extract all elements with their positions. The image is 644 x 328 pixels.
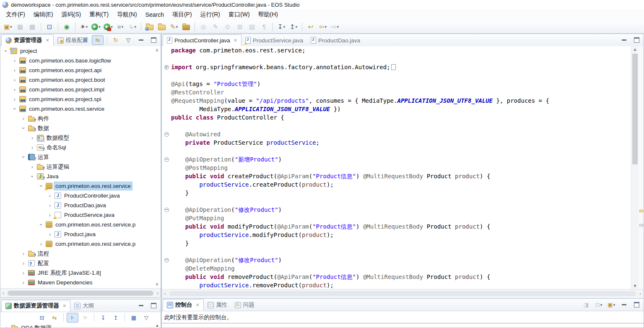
tree-horizontal-scrollbar[interactable]: ‹ › [0,288,161,297]
next-annotation-button[interactable]: ↧▾ [275,21,287,32]
tree-item[interactable]: ›com.primeton.eos.rest.service.p [0,220,161,229]
tree-item[interactable]: ›流程 [0,249,161,258]
editor-vertical-scrollbar[interactable]: ▲ ▼ [631,46,639,289]
scroll-down-icon[interactable]: ∨ [155,281,158,287]
chevron-collapsed-icon[interactable]: › [21,260,26,266]
menu-item-2[interactable]: 源码(S) [57,10,86,20]
close-tab-icon[interactable]: ✕ [62,303,66,309]
format-button[interactable]: ✎ [210,21,221,32]
scrollbar-thumb[interactable] [8,291,153,296]
save-profile-button[interactable]: ▦ [128,313,140,323]
dropdown-arrow-icon[interactable]: ▾ [122,25,124,29]
chevron-collapsed-icon[interactable]: › [47,232,53,237]
maximize-button[interactable] [148,301,159,310]
maximize-button[interactable] [631,35,642,45]
code-line[interactable] [162,71,631,80]
tab-问题[interactable]: 问题 [231,299,258,311]
run-configurations-button[interactable]: ▶▾ [102,21,114,32]
back-button[interactable]: ⇦▾ [317,21,329,32]
scroll-up-icon[interactable]: ∧ [155,47,158,53]
close-tab-icon[interactable]: ✕ [234,38,237,43]
code-lines[interactable]: package com.primeton.eos.rest.service;im… [162,46,631,289]
tree-item[interactable]: ›Maven Dependencies [0,278,161,287]
chevron-collapsed-icon[interactable]: › [29,135,35,141]
dropdown-arrow-icon[interactable]: ▾ [337,25,339,29]
dropdown-arrow-icon[interactable]: ▾ [296,25,298,29]
chevron-collapsed-icon[interactable]: › [47,212,53,218]
dropdown-arrow-icon[interactable]: ▾ [135,25,137,29]
tree-item[interactable]: ›Product.java [0,229,161,239]
export-config-button[interactable]: ↥ [110,313,122,323]
code-line[interactable] [162,122,631,130]
tree-item[interactable]: ›com.primeton.eos.rest.service.p [0,239,161,249]
chevron-collapsed-icon[interactable]: › [38,241,44,247]
fold-minus-icon[interactable] [162,155,171,164]
code-line[interactable]: public void modifyProduct(@ApiParam("Pro… [162,222,631,231]
tab-ProductService.java[interactable]: ProductService.java [242,34,307,46]
code-line[interactable] [162,197,631,206]
chevron-collapsed-icon[interactable]: › [21,280,26,285]
code-line[interactable]: public class ProductController { [162,113,631,122]
code-line[interactable]: @PutMapping [162,214,631,222]
maximize-button[interactable] [631,300,642,310]
pin-console-button[interactable]: ◨ [580,300,592,310]
import-config-button[interactable]: ↧ [97,313,109,323]
dropdown-arrow-icon[interactable]: ▾ [283,25,286,29]
scroll-left-icon[interactable]: ‹ [3,290,4,296]
maximize-button[interactable] [148,35,159,45]
code-line[interactable]: @RequestMapping(value = "/api/products",… [162,96,631,105]
scrollbar-thumb[interactable] [632,54,638,164]
tree-item[interactable]: ›project [0,46,161,56]
tree-item[interactable]: ›运算 [0,152,161,162]
tree-item[interactable]: ›com.primeton.eos.rest.service [0,181,161,191]
chevron-collapsed-icon[interactable]: › [12,68,18,73]
chevron-collapsed-icon[interactable]: › [12,96,18,102]
connect-button[interactable]: ☞ [79,313,91,323]
menu-item-5[interactable]: Search [141,10,168,19]
tree-item[interactable]: ›配置 [0,258,161,268]
chevron-collapsed-icon[interactable]: › [12,77,18,83]
fold-plus-icon[interactable] [162,63,171,71]
code-line[interactable]: @Api(tags = "Product管理") [162,80,631,88]
scroll-right-icon[interactable]: › [157,290,158,296]
code-line[interactable]: @Autowired [162,130,631,138]
code-line[interactable] [162,55,631,63]
code-line[interactable]: } [162,239,631,247]
chevron-expanded-icon[interactable]: › [12,106,18,112]
code-line[interactable]: MediaType.APPLICATION_JSON_UTF8_VALUE }) [162,105,631,113]
overview-marker-warning[interactable] [639,210,643,212]
display-selected-console-button[interactable]: ⊡▾ [593,300,605,310]
chevron-expanded-icon[interactable]: › [39,222,44,228]
overview-marker[interactable] [639,224,643,226]
code-line[interactable]: private ProductService productService; [162,138,631,147]
show-source-button[interactable]: ▤ [246,21,258,32]
tree-item[interactable]: ›com.primeton.eos.project.spi [0,94,161,104]
code-line[interactable]: @RestController [162,88,631,96]
tree-item[interactable]: ›com.primeton.eos.project.boot [0,75,161,85]
chevron-collapsed-icon[interactable]: › [21,251,26,256]
tree-item[interactable]: ›com.primeton.eos.project.impl [0,85,161,94]
collapse-all-button[interactable]: ⊟ [79,35,91,45]
chevron-expanded-icon[interactable]: › [3,48,9,54]
relaunch-button[interactable]: ↳▾ [127,21,138,32]
code-line[interactable]: @PostMapping [162,164,631,172]
scroll-up-icon[interactable]: ▲ [631,46,639,52]
code-line[interactable] [162,247,631,256]
dropdown-arrow-icon[interactable]: ▾ [10,25,12,29]
tab-大纲[interactable]: 大纲 [70,300,98,312]
new-wizard-button[interactable]: ▣▾ [2,21,14,32]
fold-minus-icon[interactable] [162,256,171,264]
editor-horizontal-scrollbar[interactable]: ‹ › [162,289,644,298]
boot-dashboard-button[interactable]: ◉ [61,21,73,32]
menu-item-1[interactable]: 编辑(E) [29,10,57,20]
tab-属性[interactable]: 属性 [204,299,231,311]
tree-mode-button[interactable]: ⊦ [67,313,78,323]
dropdown-arrow-icon[interactable]: ▾ [600,303,602,307]
minimize-button[interactable] [135,301,147,310]
tree-item[interactable]: ›数据模型 [0,133,161,143]
chevron-collapsed-icon[interactable]: › [12,87,18,92]
menu-item-6[interactable]: 项目(P) [168,10,196,20]
debug-button[interactable]: ✶▾ [78,21,90,32]
code-line[interactable]: public void removeProduct(@ApiParam("Pro… [162,273,631,281]
dropdown-arrow-icon[interactable]: ▾ [613,303,615,307]
